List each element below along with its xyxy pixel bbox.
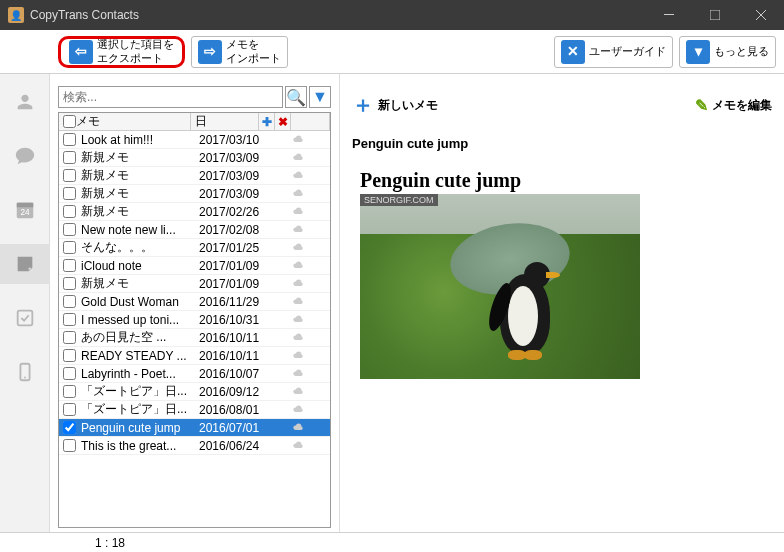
row-checkbox[interactable]	[63, 205, 76, 218]
table-row[interactable]: 「ズートピア」日...2016/09/12	[59, 383, 330, 401]
app-icon: 👤	[8, 7, 24, 23]
export-button[interactable]: ⇦ 選択した項目を エクスポート	[58, 36, 185, 68]
cloud-icon	[265, 133, 330, 147]
table-row[interactable]: 新規メモ2017/01/09	[59, 275, 330, 293]
svg-rect-5	[16, 203, 33, 208]
cloud-icon	[265, 421, 330, 435]
edit-memo-label: メモを編集	[712, 97, 772, 114]
row-date: 2017/03/09	[197, 169, 265, 183]
row-title: 新規メモ	[79, 167, 197, 184]
filter-icon: ▼	[312, 88, 328, 106]
export-label: 選択した項目を エクスポート	[97, 38, 174, 64]
table-row[interactable]: This is the great...2016/06/24	[59, 437, 330, 455]
close-button[interactable]	[738, 0, 784, 30]
row-checkbox[interactable]	[63, 241, 76, 254]
row-title: Gold Dust Woman	[79, 295, 197, 309]
row-checkbox[interactable]	[63, 367, 76, 380]
more-button[interactable]: ▾ もっと見る	[679, 36, 776, 68]
image-watermark: SENORGIF.COM	[360, 194, 438, 206]
nav-messages[interactable]	[0, 136, 50, 176]
export-icon: ⇦	[69, 40, 93, 64]
row-checkbox[interactable]	[63, 169, 76, 182]
nav-tasks[interactable]	[0, 298, 50, 338]
plus-icon: ＋	[352, 90, 374, 120]
row-checkbox[interactable]	[63, 259, 76, 272]
header-add-icon[interactable]: ✚	[259, 113, 275, 130]
table-row[interactable]: 新規メモ2017/03/09	[59, 185, 330, 203]
search-row: 🔍 ▼	[58, 86, 331, 108]
row-date: 2016/11/29	[197, 295, 265, 309]
cloud-icon	[265, 331, 330, 345]
penguin-illustration	[480, 254, 570, 364]
userguide-button[interactable]: ✕ ユーザーガイド	[554, 36, 673, 68]
table-row[interactable]: Gold Dust Woman2016/11/29	[59, 293, 330, 311]
table-row[interactable]: 新規メモ2017/03/09	[59, 149, 330, 167]
table-row[interactable]: READY STEADY ...2016/10/11	[59, 347, 330, 365]
nav-notes[interactable]	[0, 244, 50, 284]
search-input[interactable]	[58, 86, 283, 108]
note-body: Penguin cute jump	[352, 169, 772, 192]
minimize-button[interactable]	[646, 0, 692, 30]
cloud-icon	[265, 241, 330, 255]
row-date: 2016/09/12	[197, 385, 265, 399]
row-checkbox[interactable]	[63, 349, 76, 362]
row-checkbox[interactable]	[63, 277, 76, 290]
search-button[interactable]: 🔍	[285, 86, 307, 108]
import-button[interactable]: ⇨ メモを インポート	[191, 36, 288, 68]
row-title: This is the great...	[79, 439, 197, 453]
row-date: 2017/01/09	[197, 259, 265, 273]
row-checkbox[interactable]	[63, 439, 76, 452]
table-row[interactable]: あの日見た空 ...2016/10/11	[59, 329, 330, 347]
table-row[interactable]: 新規メモ2017/03/09	[59, 167, 330, 185]
table-row[interactable]: Labyrinth - Poet...2016/10/07	[59, 365, 330, 383]
row-checkbox[interactable]	[63, 187, 76, 200]
table-row[interactable]: 新規メモ2017/02/26	[59, 203, 330, 221]
row-checkbox[interactable]	[63, 385, 76, 398]
table-row[interactable]: Penguin cute jump2016/07/01	[59, 419, 330, 437]
memo-list[interactable]: メモ 日 ✚ ✖ Look at him!!!2017/03/10新規メモ201…	[58, 112, 331, 528]
more-label: もっと見る	[714, 45, 769, 58]
row-checkbox[interactable]	[63, 421, 76, 434]
nav-calendar[interactable]: 24	[0, 190, 50, 230]
row-checkbox[interactable]	[63, 151, 76, 164]
cloud-icon	[265, 223, 330, 237]
filter-button[interactable]: ▼	[309, 86, 331, 108]
nav-device[interactable]	[0, 352, 50, 392]
cloud-icon	[265, 277, 330, 291]
table-row[interactable]: New note new li...2017/02/08	[59, 221, 330, 239]
cloud-icon	[265, 205, 330, 219]
cloud-icon	[265, 295, 330, 309]
header-date[interactable]: 日	[195, 113, 207, 130]
header-title[interactable]: メモ	[76, 113, 100, 130]
row-checkbox[interactable]	[63, 133, 76, 146]
detail-pane: ＋ 新しいメモ ✎ メモを編集 Penguin cute jump Pengui…	[340, 74, 784, 532]
row-title: 新規メモ	[79, 203, 197, 220]
header-checkbox[interactable]	[63, 115, 76, 128]
cloud-icon	[265, 385, 330, 399]
table-row[interactable]: 「ズートピア」日...2016/08/01	[59, 401, 330, 419]
table-row[interactable]: I messed up toni...2016/10/31	[59, 311, 330, 329]
row-checkbox[interactable]	[63, 403, 76, 416]
import-icon: ⇨	[198, 40, 222, 64]
svg-point-9	[24, 377, 26, 379]
row-checkbox[interactable]	[63, 313, 76, 326]
new-memo-button[interactable]: ＋ 新しいメモ	[352, 90, 438, 120]
row-date: 2017/01/09	[197, 277, 265, 291]
row-title: あの日見た空 ...	[79, 329, 197, 346]
row-checkbox[interactable]	[63, 331, 76, 344]
row-checkbox[interactable]	[63, 295, 76, 308]
minimize-icon	[664, 10, 674, 20]
cloud-icon	[265, 313, 330, 327]
row-checkbox[interactable]	[63, 223, 76, 236]
header-delete-icon[interactable]: ✖	[275, 113, 291, 130]
table-row[interactable]: Look at him!!!2017/03/10	[59, 131, 330, 149]
cloud-icon	[265, 151, 330, 165]
table-row[interactable]: iCloud note2017/01/09	[59, 257, 330, 275]
maximize-button[interactable]	[692, 0, 738, 30]
note-title: Penguin cute jump	[352, 136, 772, 151]
nav-contacts[interactable]	[0, 82, 50, 122]
row-date: 2016/08/01	[197, 403, 265, 417]
edit-memo-button[interactable]: ✎ メモを編集	[695, 96, 772, 115]
table-row[interactable]: そんな。。。2017/01/25	[59, 239, 330, 257]
row-date: 2016/06/24	[197, 439, 265, 453]
